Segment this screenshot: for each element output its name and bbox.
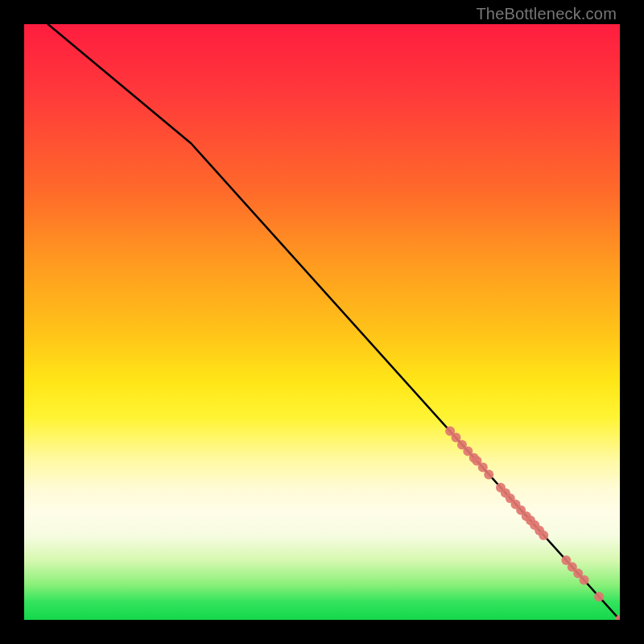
svg-point-17 bbox=[539, 530, 548, 540]
svg-point-22 bbox=[594, 592, 604, 601]
svg-point-7 bbox=[484, 469, 493, 479]
curve-line bbox=[48, 24, 620, 620]
watermark-text: TheBottleneck.com bbox=[476, 5, 617, 23]
chart-frame: TheBottleneck.com bbox=[0, 0, 644, 644]
plot-area bbox=[24, 24, 620, 620]
svg-point-21 bbox=[580, 575, 589, 584]
chart-overlay bbox=[24, 24, 620, 620]
